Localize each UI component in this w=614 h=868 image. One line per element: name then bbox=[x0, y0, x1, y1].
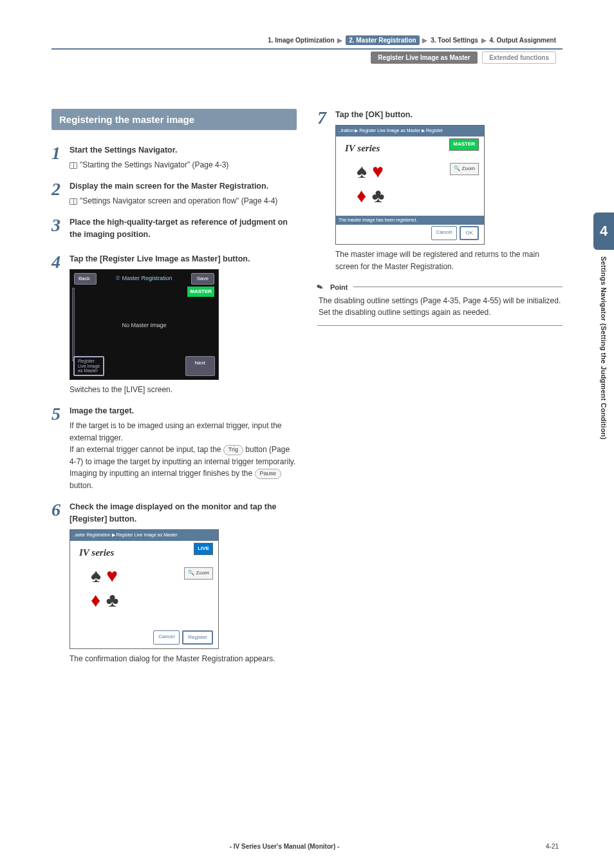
nav-step-3: 3. Tool Settings bbox=[431, 37, 478, 44]
nav-step-4: 4. Output Assignment bbox=[489, 37, 556, 44]
register-live-image-button[interactable]: Register Live Image as Master bbox=[73, 356, 104, 376]
footer-title: - IV Series User's Manual (Monitor) - bbox=[55, 843, 514, 850]
step-number-6: 6 bbox=[51, 501, 70, 665]
footer-page: 4-21 bbox=[514, 843, 559, 850]
chapter-label: Settings Navigator (Setting the Judgment… bbox=[600, 256, 608, 440]
zoom-button[interactable]: 🔍 Zoom bbox=[450, 163, 479, 175]
sub-nav-active: Register Live Image as Master bbox=[371, 52, 477, 64]
header-rule bbox=[51, 48, 563, 50]
step-number-7: 7 bbox=[317, 109, 335, 273]
register-button[interactable]: Register bbox=[182, 630, 213, 645]
live-badge: LIVE bbox=[194, 543, 213, 554]
pause-button[interactable]: Pause bbox=[255, 469, 282, 479]
pencil-icon bbox=[317, 283, 325, 291]
iv-series-logo: IV series bbox=[79, 545, 114, 560]
page-footer: - IV Series User's Manual (Monitor) - 4-… bbox=[0, 843, 614, 850]
step-number-5: 5 bbox=[51, 405, 70, 492]
iv-series-logo: IV series bbox=[345, 141, 380, 156]
save-button[interactable]: Save bbox=[191, 273, 214, 285]
step5-head: Image the target. bbox=[70, 405, 297, 417]
point-label: Point bbox=[330, 283, 348, 291]
step3-head: Place the high-quality-target as referen… bbox=[70, 216, 297, 241]
step1-ref: "Starting the Settings Navigator" (Page … bbox=[80, 160, 228, 169]
next-button[interactable]: Next bbox=[185, 356, 215, 376]
chevron-right-icon: ▶ bbox=[337, 37, 342, 44]
divider-line bbox=[353, 287, 563, 287]
step5-prefix: If an external trigger cannot be input, … bbox=[70, 445, 223, 454]
book-icon bbox=[70, 198, 77, 205]
chapter-number: 4 bbox=[593, 212, 614, 250]
ok-button[interactable]: OK bbox=[460, 226, 479, 240]
cancel-button[interactable]: Cancel bbox=[153, 630, 180, 645]
breadcrumb: ..aster Registration ▶ Register Live Ima… bbox=[70, 530, 218, 541]
step-number-4: 4 bbox=[51, 253, 70, 396]
step5-body-a: If the target is to be imaged using an e… bbox=[70, 420, 297, 444]
chevron-right-icon: ▶ bbox=[422, 37, 427, 44]
master-badge: MASTER bbox=[187, 287, 214, 297]
sample-image: ♠ ♥♦ ♣ bbox=[91, 563, 118, 612]
step4-after: Switches to the [LIVE] screen. bbox=[70, 384, 297, 396]
step6-head: Check the image displayed on the monitor… bbox=[70, 501, 297, 526]
step5-body-b: If an external trigger cannot be input, … bbox=[70, 444, 297, 491]
sub-nav-inactive: Extended functions bbox=[482, 52, 556, 64]
registered-message: The master image has been registered. bbox=[336, 216, 484, 225]
step7-head: Tap the [OK] button. bbox=[335, 109, 563, 121]
point-body: The disabling outline settings (Page 4-3… bbox=[317, 291, 563, 326]
breadcrumb: ..tration ▶ Register Live Image as Maste… bbox=[336, 126, 484, 137]
trig-button[interactable]: Trig bbox=[223, 445, 243, 455]
step7-after: The master image will be registered and … bbox=[335, 249, 563, 272]
step4-head: Tap the [Register Live Image as Master] … bbox=[70, 253, 297, 265]
step2-ref: "Settings Navigator screen and operation… bbox=[80, 196, 277, 205]
section-title: Registering the master image bbox=[51, 109, 297, 130]
screen-title: Master Registration bbox=[122, 275, 172, 281]
sub-nav: Register Live Image as Master Extended f… bbox=[51, 51, 563, 64]
screenshot-step4: Back ② Master Registration Save MASTER N… bbox=[70, 269, 219, 380]
nav-step-1: 1. Image Optimization bbox=[268, 37, 334, 44]
book-icon bbox=[70, 162, 77, 169]
step-number-1: 1 bbox=[51, 144, 70, 171]
step1-head: Start the Settings Navigator. bbox=[70, 144, 297, 156]
step-number-2: 2 bbox=[51, 180, 70, 207]
point-callout: Point The disabling outline settings (Pa… bbox=[317, 283, 563, 326]
step2-head: Display the main screen for the Master R… bbox=[70, 180, 297, 193]
step6-after: The confirmation dialog for the Master R… bbox=[70, 653, 297, 665]
side-tab: 4 Settings Navigator (Setting the Judgme… bbox=[593, 212, 614, 440]
zoom-button[interactable]: 🔍 Zoom bbox=[184, 567, 213, 579]
chevron-right-icon: ▶ bbox=[481, 37, 487, 44]
step5-suffix: button. bbox=[70, 481, 93, 490]
nav-step-2: 2. Master Registration bbox=[346, 35, 419, 45]
screenshot-step6: ..aster Registration ▶ Register Live Ima… bbox=[70, 529, 219, 649]
sample-image: ♠ ♥♦ ♣ bbox=[357, 159, 384, 207]
screenshot-step7: ..tration ▶ Register Live Image as Maste… bbox=[335, 125, 485, 245]
progress-nav: 1. Image Optimization ▶ 2. Master Regist… bbox=[51, 35, 563, 45]
back-button[interactable]: Back bbox=[74, 273, 97, 285]
cancel-button[interactable]: Cancel bbox=[431, 226, 458, 240]
step-number-3: 3 bbox=[51, 216, 70, 244]
master-badge: MASTER bbox=[449, 138, 479, 150]
no-master-text: No Master Image bbox=[70, 321, 218, 330]
